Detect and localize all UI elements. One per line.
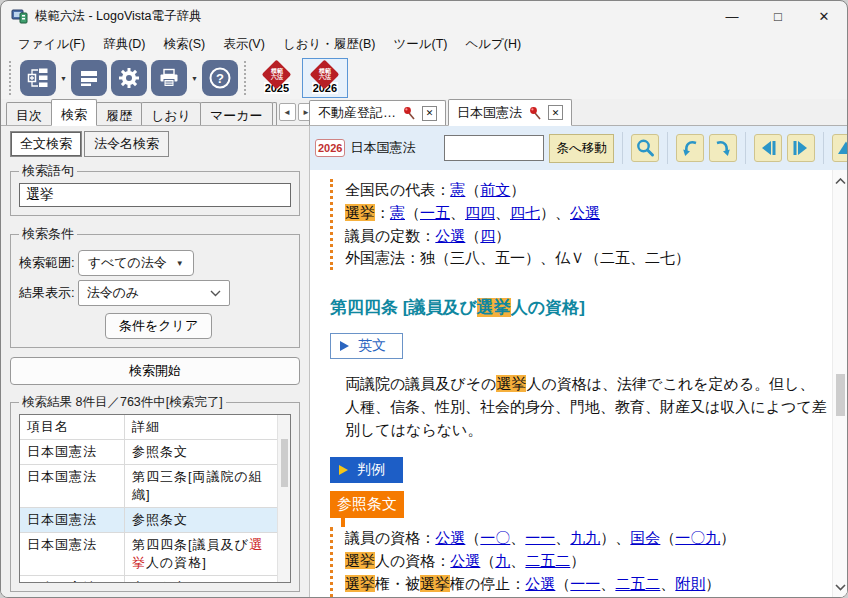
pin-icon[interactable] — [402, 106, 416, 120]
ref-link[interactable]: 一〇 — [480, 529, 510, 546]
ref-link[interactable]: 二五二 — [615, 575, 660, 592]
tab-search[interactable]: 検索 — [51, 99, 97, 126]
previous-hit-button[interactable] — [832, 134, 848, 162]
table-row[interactable]: 日本国憲法 参照条文 — [20, 440, 277, 465]
tab-scroll-left-icon[interactable]: ◄ — [279, 103, 296, 121]
clear-conditions-button[interactable]: 条件をクリア — [105, 313, 212, 339]
ref-link[interactable]: 附則 — [675, 575, 705, 592]
article-number-input[interactable] — [444, 135, 544, 161]
menu-search[interactable]: 検索(S) — [155, 33, 215, 56]
column-header-detail[interactable]: 詳細 — [124, 415, 277, 439]
doc-tab-nihonkoku-kenpou[interactable]: 日本国憲法 ✕ — [448, 99, 572, 126]
text-run: 、 — [510, 552, 525, 569]
close-icon[interactable]: ✕ — [422, 106, 437, 121]
table-row[interactable]: 日本国憲法 参照条文 — [20, 576, 277, 583]
ref-link[interactable]: 一五 — [420, 204, 450, 221]
ref-link[interactable]: 一一 — [570, 575, 600, 592]
settings-gear-icon — [118, 67, 140, 89]
tab-lawname-search[interactable]: 法令名検索 — [84, 131, 169, 157]
text-run: 、 — [495, 204, 510, 221]
table-row-selected[interactable]: 日本国憲法 参照条文 — [20, 508, 277, 533]
display-select[interactable]: 法令のみ — [78, 280, 230, 306]
scrollbar-thumb[interactable] — [281, 439, 288, 487]
menu-bookmark-history[interactable]: しおり・履歴(B) — [274, 33, 385, 56]
history-back-button[interactable] — [676, 134, 704, 162]
tab-fulltext-search[interactable]: 全文検索 — [10, 131, 82, 157]
ref-link[interactable]: 憲 — [450, 181, 465, 198]
ref-link[interactable]: 公選 — [435, 529, 465, 546]
ref-link[interactable]: 前文 — [480, 181, 510, 198]
text-run: ） — [720, 529, 735, 546]
ref-link[interactable]: 一〇九 — [675, 529, 720, 546]
print-dropdown-caret[interactable]: ▼ — [191, 75, 198, 82]
ref-link[interactable]: 九 — [495, 552, 510, 569]
tab-contents[interactable]: 目次 — [6, 102, 52, 125]
ref-link[interactable]: 二五二 — [525, 552, 570, 569]
text-run: 第四三条[両議院の組織] — [132, 469, 263, 502]
maximize-button[interactable]: □ — [755, 1, 801, 31]
ref-link[interactable]: 公選 — [435, 227, 465, 244]
triangle-up-icon — [836, 138, 848, 158]
dictionary-2026-button[interactable]: 模範 六法 2026 — [302, 58, 348, 98]
minimize-button[interactable]: — — [709, 1, 755, 31]
scrollbar-thumb[interactable] — [836, 374, 845, 416]
previous-article-button[interactable] — [754, 134, 782, 162]
doc-tab-fudousan-touki[interactable]: 不動産登記… ✕ — [309, 100, 446, 125]
ref-link[interactable]: 公選 — [570, 204, 600, 221]
scroll-up-icon[interactable] — [833, 170, 847, 192]
table-row[interactable]: 日本国憲法 第四四条[議員及び選挙人の資格] — [20, 533, 277, 576]
article-view-button[interactable] — [71, 60, 107, 96]
ref-link[interactable]: 公選 — [450, 552, 480, 569]
menu-dictionary[interactable]: 辞典(D) — [94, 33, 154, 56]
english-text-button[interactable]: 英文 — [330, 333, 403, 359]
close-icon[interactable]: ✕ — [548, 105, 563, 120]
divider — [823, 132, 824, 164]
ref-link[interactable]: 公選 — [525, 575, 555, 592]
jump-to-article-button[interactable]: 条へ移動 — [549, 134, 613, 163]
outline-tree-button[interactable] — [20, 60, 56, 96]
help-button[interactable]: ? — [202, 60, 238, 96]
ref-link[interactable]: 憲 — [390, 204, 405, 221]
tab-bookmarks[interactable]: しおり — [141, 102, 201, 125]
menu-view[interactable]: 表示(V) — [214, 33, 274, 56]
text-run: 人の資格] — [511, 298, 585, 317]
text-run: 参照条文 — [132, 580, 188, 583]
result-detail: 第四四条[議員及び選挙人の資格] — [124, 533, 277, 575]
results-scrollbar[interactable] — [277, 415, 290, 582]
scroll-down-icon[interactable] — [833, 576, 847, 598]
ref-link[interactable]: 四四 — [465, 204, 495, 221]
ref-link[interactable]: 国会 — [630, 529, 660, 546]
ref-link[interactable]: 四 — [480, 227, 495, 244]
settings-button[interactable] — [111, 60, 147, 96]
ref-link[interactable]: 一一 — [525, 529, 555, 546]
menu-tools[interactable]: ツール(T) — [384, 33, 456, 56]
column-header-item[interactable]: 項目名 — [20, 415, 124, 439]
doc-tab-label: 日本国憲法 — [457, 104, 522, 122]
tab-clipped[interactable]: グ — [272, 102, 277, 125]
ref-link[interactable]: 九九 — [570, 529, 600, 546]
reader-scrollbar[interactable] — [832, 170, 847, 598]
close-button[interactable]: ✕ — [801, 1, 847, 31]
search-in-text-button[interactable] — [631, 134, 659, 162]
tab-history[interactable]: 履歴 — [96, 102, 142, 125]
case-law-button[interactable]: 判例 — [330, 457, 403, 483]
menu-help[interactable]: ヘルプ(H) — [456, 33, 530, 56]
table-row[interactable]: 日本国憲法 第四三条[両議院の組織] — [20, 465, 277, 508]
dictionary-2025-button[interactable]: 模範 六法 2025 — [254, 58, 300, 98]
start-search-button[interactable]: 検索開始 — [10, 357, 300, 385]
scope-label: 検索範囲: — [19, 254, 75, 272]
pin-icon[interactable] — [528, 106, 542, 120]
titlebar: 模範六法 - LogoVista電子辞典 — □ ✕ — [1, 1, 847, 31]
main-area: 全文検索 法令名検索 検索語句 検索条件 検索範囲: すべての法令 ▼ 結果表示… — [1, 126, 847, 598]
text-run: 第四四条 [議員及び — [330, 298, 477, 317]
outline-tree-dropdown-caret[interactable]: ▼ — [60, 75, 67, 82]
menu-file[interactable]: ファイル(F) — [9, 33, 94, 56]
scope-dropdown[interactable]: すべての法令 ▼ — [78, 250, 194, 276]
search-term-input[interactable] — [19, 183, 291, 207]
next-article-button[interactable] — [787, 134, 815, 162]
history-forward-button[interactable] — [709, 134, 737, 162]
text-run: 外国憲法：独（三八、五一）、仏Ｖ（二五、二七） — [345, 249, 690, 266]
ref-link[interactable]: 四七 — [510, 204, 540, 221]
tab-markers[interactable]: マーカー — [200, 102, 273, 125]
print-button[interactable] — [151, 60, 187, 96]
